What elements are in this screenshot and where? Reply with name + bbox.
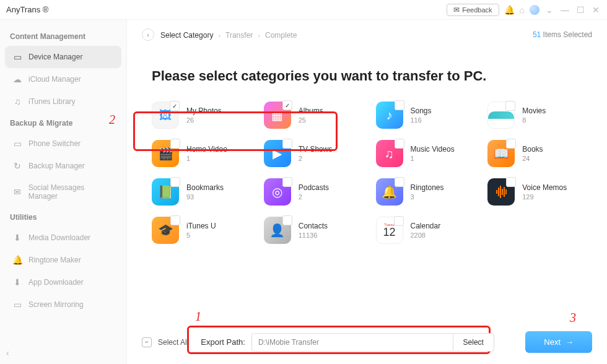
sidebar-item-itunes-library[interactable]: ♫iTunes Library bbox=[5, 90, 121, 113]
annotation-1: 1 bbox=[195, 310, 201, 324]
tile-checkbox[interactable] bbox=[395, 100, 404, 110]
collapse-sidebar-icon[interactable]: ‹ bbox=[6, 348, 9, 358]
notifications-icon[interactable]: 🔔 bbox=[504, 5, 515, 15]
tile-checkbox[interactable] bbox=[394, 216, 404, 226]
tile-label: Podcasts bbox=[299, 183, 329, 192]
tile-checkbox[interactable] bbox=[395, 139, 404, 149]
category-podcasts[interactable]: ◎Podcasts2 bbox=[264, 178, 369, 206]
tile-checkbox[interactable] bbox=[170, 215, 180, 225]
sidebar-item-social-messages-manager[interactable]: ✉Social Messages Manager bbox=[5, 177, 121, 207]
maximize-icon[interactable]: ☐ bbox=[575, 5, 586, 15]
category-ringtones[interactable]: 🔔Ringtones3 bbox=[376, 178, 481, 206]
nav-icon: ♫ bbox=[12, 97, 22, 106]
footer-bar: − Select All Export Path: Select Next → bbox=[142, 331, 592, 353]
tile-checkbox[interactable] bbox=[395, 177, 404, 187]
export-path-label: Export Path: bbox=[201, 337, 245, 347]
selected-suffix: Items Selected bbox=[541, 30, 592, 39]
sidebar-item-screen-mirroring[interactable]: ▭Screen Mirroring bbox=[5, 293, 121, 316]
sidebar-item-device-manager[interactable]: ▭Device Manager bbox=[5, 46, 121, 68]
tile-checkbox[interactable] bbox=[506, 177, 516, 187]
nav-label: iCloud Manager bbox=[28, 75, 81, 84]
gift-icon[interactable]: ⌂ bbox=[520, 5, 525, 15]
tile-count: 2 bbox=[299, 193, 329, 201]
items-selected: 51 Items Selected bbox=[533, 30, 592, 39]
category-albums[interactable]: ▦✓Albums25 bbox=[264, 102, 369, 129]
category-songs[interactable]: ♪Songs116 bbox=[376, 102, 481, 129]
category-tv-shows[interactable]: ▶TV Shows2 bbox=[264, 140, 369, 167]
category-calendar[interactable]: Tuesd12Calendar2208 bbox=[376, 217, 481, 244]
category-grid: 🖼✓My Photos26▦✓Albums25♪Songs116Movies8🎬… bbox=[142, 102, 592, 244]
next-button[interactable]: Next → bbox=[525, 331, 592, 353]
category-my-photos[interactable]: 🖼✓My Photos26 bbox=[152, 102, 256, 129]
tile-count: 3 bbox=[411, 193, 444, 201]
next-label: Next bbox=[544, 337, 561, 347]
tile-checkbox[interactable] bbox=[170, 139, 180, 149]
tile-count: 11136 bbox=[299, 232, 328, 239]
breadcrumb-step[interactable]: Complete bbox=[265, 31, 297, 40]
sidebar-item-icloud-manager[interactable]: ☁iCloud Manager bbox=[5, 68, 121, 90]
breadcrumb-step[interactable]: Select Category bbox=[160, 31, 213, 40]
titlebar: AnyTrans ® ✉ Feedback 🔔 ⌂ ⌄ — ☐ ✕ bbox=[0, 0, 607, 20]
itunes-u-icon: 🎓 bbox=[152, 217, 179, 244]
nav-icon: ▭ bbox=[12, 139, 22, 149]
minimize-icon[interactable]: — bbox=[559, 5, 570, 15]
nav-icon: ⬇ bbox=[12, 233, 22, 243]
category-contacts[interactable]: 👤Contacts11136 bbox=[264, 217, 369, 244]
back-button[interactable]: ‹ bbox=[142, 28, 154, 41]
nav-label: App Downloader bbox=[28, 278, 84, 287]
tile-checkbox[interactable]: ✓ bbox=[170, 101, 180, 111]
tile-checkbox[interactable] bbox=[170, 177, 180, 187]
category-bookmarks[interactable]: 📗Bookmarks93 bbox=[152, 178, 256, 206]
tile-checkbox[interactable] bbox=[506, 139, 516, 149]
contacts-icon: 👤 bbox=[264, 217, 291, 244]
tile-label: Ringtones bbox=[411, 183, 444, 192]
tile-checkbox[interactable]: ✓ bbox=[282, 100, 292, 110]
nav-label: Backup Manager bbox=[28, 162, 85, 170]
close-icon[interactable]: ✕ bbox=[591, 5, 601, 15]
dropdown-icon[interactable]: ⌄ bbox=[544, 5, 554, 15]
export-path-input[interactable] bbox=[251, 333, 453, 352]
sidebar-item-media-downloader[interactable]: ⬇Media Downloader bbox=[5, 227, 121, 249]
annotation-3: 3 bbox=[570, 311, 576, 325]
bookmarks-icon: 📗 bbox=[152, 178, 179, 206]
avatar[interactable] bbox=[530, 5, 539, 15]
nav-label: Social Messages Manager bbox=[28, 183, 114, 201]
tile-count: 2208 bbox=[411, 232, 441, 239]
tile-count: 1 bbox=[411, 155, 455, 162]
tile-checkbox[interactable] bbox=[282, 139, 292, 149]
select-path-button[interactable]: Select bbox=[453, 333, 494, 352]
arrow-right-icon: → bbox=[566, 337, 574, 347]
sidebar-item-phone-switcher[interactable]: ▭Phone Switcher bbox=[5, 132, 121, 155]
page-title: Please select categories you want to tra… bbox=[152, 68, 592, 84]
sidebar-item-app-downloader[interactable]: ⬇App Downloader bbox=[5, 271, 121, 293]
category-voice-memos[interactable]: Voice Memos129 bbox=[487, 178, 592, 206]
breadcrumb-step[interactable]: Transfer bbox=[225, 31, 253, 40]
select-all-checkbox[interactable]: − bbox=[142, 337, 152, 347]
calendar-icon: Tuesd12 bbox=[376, 217, 403, 244]
songs-icon: ♪ bbox=[376, 102, 403, 129]
home-video-icon: 🎬 bbox=[152, 140, 179, 167]
tile-count: 26 bbox=[186, 116, 222, 124]
category-home-video[interactable]: 🎬Home Video1 bbox=[152, 140, 256, 167]
selected-count: 51 bbox=[533, 30, 541, 39]
tile-count: 1 bbox=[186, 155, 227, 162]
tile-label: iTunes U bbox=[186, 222, 216, 230]
sidebar-section-header: Utilities bbox=[5, 207, 121, 227]
nav-label: Screen Mirroring bbox=[28, 300, 84, 309]
category-itunes-u[interactable]: 🎓iTunes U5 bbox=[152, 217, 256, 244]
tile-checkbox[interactable] bbox=[282, 215, 292, 225]
category-books[interactable]: 📖Books24 bbox=[487, 140, 592, 167]
category-movies[interactable]: Movies8 bbox=[487, 102, 592, 129]
tv-shows-icon: ▶ bbox=[264, 140, 291, 167]
select-all-label: Select All bbox=[158, 338, 188, 347]
category-music-videos[interactable]: ♫Music Videos1 bbox=[376, 140, 481, 167]
my-photos-icon: 🖼✓ bbox=[152, 102, 179, 129]
tile-count: 93 bbox=[186, 193, 224, 201]
sidebar-item-ringtone-maker[interactable]: 🔔Ringtone Maker bbox=[5, 249, 121, 271]
tile-label: Contacts bbox=[299, 222, 328, 230]
tile-checkbox[interactable] bbox=[505, 101, 515, 111]
tile-checkbox[interactable] bbox=[282, 177, 292, 187]
nav-icon: 🔔 bbox=[12, 255, 22, 265]
feedback-button[interactable]: ✉ Feedback bbox=[447, 4, 499, 16]
sidebar-item-backup-manager[interactable]: ↻Backup Manager bbox=[5, 155, 121, 177]
